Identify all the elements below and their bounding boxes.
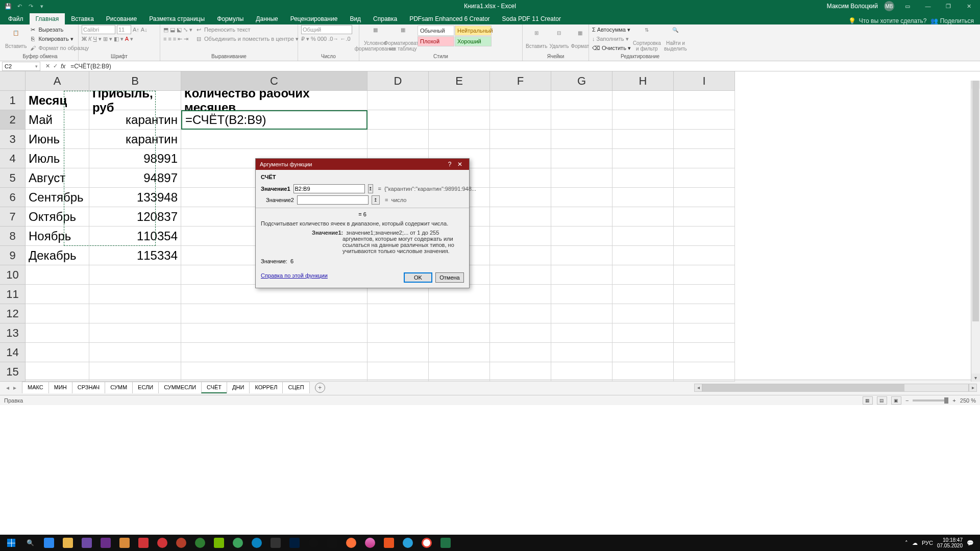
task-app-8[interactable] (172, 536, 190, 550)
sort-filter-button[interactable]: ⇅Сортировка и фильтр (633, 26, 661, 53)
cancel-formula-icon[interactable]: ✕ (45, 63, 50, 69)
cell-A3[interactable]: Июнь (26, 130, 89, 149)
indent-out-icon[interactable]: ⇤ (178, 36, 182, 42)
style-neutral[interactable]: Нейтральный (455, 26, 492, 36)
cell-G11[interactable] (551, 285, 612, 304)
find-select-button[interactable]: 🔍Найти и выделить (663, 26, 688, 53)
cell-H13[interactable] (612, 323, 674, 343)
cell-B1[interactable]: Прибыль, руб (89, 91, 181, 110)
notifications-icon[interactable]: 💬 (967, 540, 974, 546)
row-header-1[interactable]: 1 (0, 91, 26, 110)
cell-H15[interactable] (612, 362, 674, 382)
number-format-select[interactable] (301, 25, 352, 34)
row-header-13[interactable]: 13 (0, 323, 26, 343)
task-app-13[interactable] (266, 536, 285, 550)
cell-A7[interactable]: Октябрь (26, 207, 89, 227)
cell-C13[interactable] (181, 323, 368, 343)
cell-F8[interactable] (490, 227, 551, 246)
cell-I7[interactable] (674, 207, 735, 227)
start-button[interactable] (2, 536, 20, 550)
column-header-E[interactable]: E (429, 71, 490, 91)
cell-I5[interactable] (674, 168, 735, 188)
task-app-20[interactable] (399, 536, 417, 550)
cell-H7[interactable] (612, 207, 674, 227)
maximize-icon[interactable]: ❐ (941, 1, 955, 11)
cell-C15[interactable] (181, 362, 368, 382)
cell-G4[interactable] (551, 149, 612, 168)
cell-I15[interactable] (674, 362, 735, 382)
cell-D2[interactable] (368, 110, 429, 130)
cell-I9[interactable] (674, 246, 735, 265)
row-header-9[interactable]: 9 (0, 246, 26, 265)
cell-A12[interactable] (26, 304, 89, 323)
task-app-1[interactable] (40, 536, 58, 550)
column-header-B[interactable]: B (89, 71, 181, 91)
task-app-14[interactable] (285, 536, 304, 550)
cell-F12[interactable] (490, 304, 551, 323)
cell-E1[interactable] (429, 91, 490, 110)
cell-B12[interactable] (89, 304, 181, 323)
cell-D3[interactable] (368, 130, 429, 149)
cell-I2[interactable] (674, 110, 735, 130)
sheet-tab-МАКС[interactable]: МАКС (22, 382, 49, 393)
close-icon[interactable]: ✕ (962, 1, 976, 11)
user-avatar[interactable]: МВ (884, 1, 894, 11)
prev-sheet-icon[interactable]: ◂ (6, 384, 9, 391)
cell-F14[interactable] (490, 343, 551, 362)
row-header-15[interactable]: 15 (0, 362, 26, 382)
row-header-11[interactable]: 11 (0, 285, 26, 304)
sheet-tab-КОРРЕЛ[interactable]: КОРРЕЛ (249, 382, 283, 393)
sheet-tab-СУММЕСЛИ[interactable]: СУММЕСЛИ (158, 382, 202, 393)
cell-A11[interactable] (26, 285, 89, 304)
row-header-7[interactable]: 7 (0, 207, 26, 227)
currency-icon[interactable]: ₽ (301, 36, 305, 42)
row-header-4[interactable]: 4 (0, 149, 26, 168)
cell-B4[interactable]: 98991 (89, 149, 181, 168)
tab-soda[interactable]: Soda PDF 11 Creator (496, 13, 567, 24)
cell-F2[interactable] (490, 110, 551, 130)
font-color-icon[interactable]: A (125, 36, 129, 42)
bold-button[interactable]: Ж (82, 36, 87, 42)
cell-E13[interactable] (429, 323, 490, 343)
cell-G7[interactable] (551, 207, 612, 227)
zoom-slider[interactable] (913, 399, 948, 402)
format-table-button[interactable]: ▦Форматировать как таблицу (390, 26, 415, 53)
view-normal-icon[interactable]: ▦ (863, 396, 873, 405)
cell-E12[interactable] (429, 304, 490, 323)
cell-G13[interactable] (551, 323, 612, 343)
cell-B3[interactable]: карантин (89, 130, 181, 149)
wrap-text-button[interactable]: ↩Переносить текст (194, 26, 299, 34)
task-app-5[interactable] (115, 536, 134, 550)
insert-cells-button[interactable]: ⊞Вставить (526, 26, 547, 53)
cell-C12[interactable] (181, 304, 368, 323)
cell-F1[interactable] (490, 91, 551, 110)
cell-A2[interactable]: Май (26, 110, 89, 130)
cell-D1[interactable] (368, 91, 429, 110)
task-app-9[interactable] (191, 536, 209, 550)
cell-A6[interactable]: Сентябрь (26, 188, 89, 207)
cell-G8[interactable] (551, 227, 612, 246)
task-app-11[interactable] (229, 536, 247, 550)
cell-G2[interactable] (551, 110, 612, 130)
fill-color-icon[interactable]: ◧ (114, 36, 119, 42)
add-sheet-button[interactable]: + (315, 383, 325, 393)
cell-D12[interactable] (368, 304, 429, 323)
tray-lang[interactable]: РУС (922, 540, 933, 546)
cell-G12[interactable] (551, 304, 612, 323)
cell-H10[interactable] (612, 265, 674, 285)
cell-H14[interactable] (612, 343, 674, 362)
cell-A15[interactable] (26, 362, 89, 382)
user-name[interactable]: Максим Волоцкий (827, 3, 878, 10)
cell-H8[interactable] (612, 227, 674, 246)
cell-G14[interactable] (551, 343, 612, 362)
indent-in-icon[interactable]: ⇥ (184, 36, 188, 42)
row-header-6[interactable]: 6 (0, 188, 26, 207)
tray-chevron-icon[interactable]: ˄ (905, 540, 908, 546)
tab-file[interactable]: Файл (2, 13, 30, 24)
paste-button[interactable]: 📋 Вставить (5, 26, 27, 53)
column-header-F[interactable]: F (490, 71, 551, 91)
fx-icon[interactable]: fx (61, 63, 65, 70)
cell-F10[interactable] (490, 265, 551, 285)
cell-D14[interactable] (368, 343, 429, 362)
format-cells-button[interactable]: ▦Формат (571, 26, 590, 53)
